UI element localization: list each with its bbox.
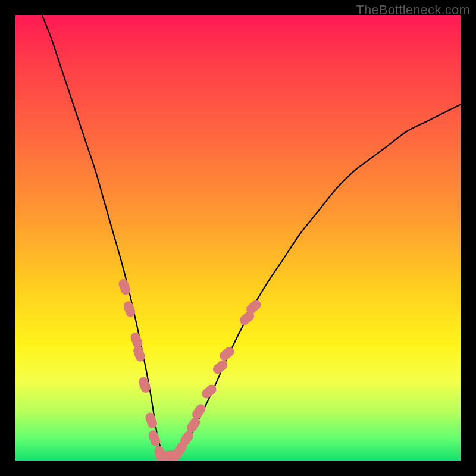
- chart-svg: [15, 15, 461, 461]
- plot-area: [15, 15, 461, 461]
- svg-point-53: [225, 347, 234, 356]
- svg-point-2: [121, 285, 130, 295]
- bottleneck-curve-path: [42, 15, 461, 457]
- curve-dot: [124, 302, 136, 317]
- svg-point-41: [190, 418, 200, 427]
- curve-dot: [148, 430, 160, 446]
- curve-dot: [202, 385, 216, 399]
- curve-dot: [180, 431, 193, 446]
- svg-point-20: [151, 437, 160, 446]
- svg-point-50: [218, 360, 227, 369]
- curve-dot: [213, 360, 227, 374]
- curve-dots-group: [118, 279, 261, 461]
- curve-dot: [246, 300, 261, 314]
- outer-frame: TheBottleneck.com: [0, 0, 476, 476]
- curve-dot: [133, 346, 145, 361]
- curve-dot: [145, 413, 157, 428]
- svg-point-44: [196, 404, 205, 414]
- curve-dot: [118, 279, 130, 295]
- curve-dot: [220, 347, 234, 361]
- curve-dot: [187, 418, 200, 433]
- curve-dot: [192, 404, 205, 419]
- svg-point-14: [141, 383, 151, 393]
- curve-dot: [139, 377, 151, 393]
- curve-dot: [131, 333, 143, 348]
- svg-point-47: [207, 385, 217, 394]
- svg-point-17: [148, 419, 157, 428]
- svg-point-5: [126, 308, 135, 317]
- svg-point-59: [251, 300, 261, 309]
- svg-point-11: [136, 352, 145, 362]
